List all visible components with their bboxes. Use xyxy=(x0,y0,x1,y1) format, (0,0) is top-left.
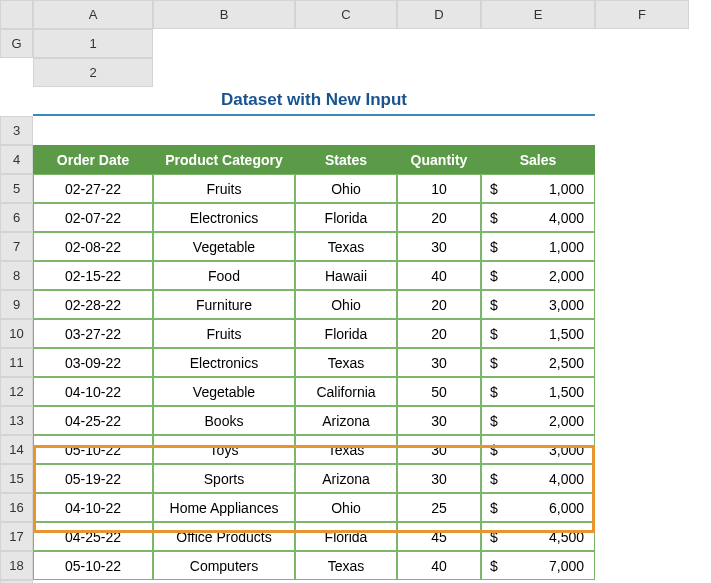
cell-qty[interactable]: 45 xyxy=(397,522,481,551)
cell-date[interactable]: 02-27-22 xyxy=(33,174,153,203)
cell-qty[interactable]: 40 xyxy=(397,551,481,580)
cell[interactable] xyxy=(595,174,689,203)
select-all-corner[interactable] xyxy=(0,0,33,29)
row-header-7[interactable]: 7 xyxy=(0,232,33,261)
cell[interactable] xyxy=(595,522,689,551)
cell-category[interactable]: Food xyxy=(153,261,295,290)
row-header-16[interactable]: 16 xyxy=(0,493,33,522)
header-order-date[interactable]: Order Date xyxy=(33,145,153,174)
cell-category[interactable]: Fruits xyxy=(153,174,295,203)
cell-category[interactable]: Office Products xyxy=(153,522,295,551)
cell-sales[interactable]: $4,000 xyxy=(481,203,595,232)
cell-sales[interactable]: $2,500 xyxy=(481,348,595,377)
cell[interactable] xyxy=(481,29,595,58)
cell-sales[interactable]: $7,000 xyxy=(481,551,595,580)
cell-date[interactable]: 02-07-22 xyxy=(33,203,153,232)
cell-category[interactable]: Home Appliances xyxy=(153,493,295,522)
cell-date[interactable]: 02-15-22 xyxy=(33,261,153,290)
row-header-4[interactable]: 4 xyxy=(0,145,33,174)
cell-category[interactable]: Toys xyxy=(153,435,295,464)
col-header-G[interactable]: G xyxy=(0,29,33,58)
cell-sales[interactable]: $4,000 xyxy=(481,464,595,493)
cell-category[interactable]: Books xyxy=(153,406,295,435)
cell-category[interactable]: Fruits xyxy=(153,319,295,348)
cell-state[interactable]: Florida xyxy=(295,203,397,232)
cell-qty[interactable]: 30 xyxy=(397,406,481,435)
cell-sales[interactable]: $2,000 xyxy=(481,406,595,435)
row-header-5[interactable]: 5 xyxy=(0,174,33,203)
cell[interactable] xyxy=(595,87,689,116)
cell[interactable] xyxy=(153,29,295,58)
spreadsheet-grid[interactable]: ABCDEFG12Dataset with New Input34Order D… xyxy=(0,0,711,583)
header-quantity[interactable]: Quantity xyxy=(397,145,481,174)
cell-qty[interactable]: 30 xyxy=(397,435,481,464)
col-header-A[interactable]: A xyxy=(33,0,153,29)
cell-qty[interactable]: 40 xyxy=(397,261,481,290)
row-header-11[interactable]: 11 xyxy=(0,348,33,377)
cell-date[interactable]: 05-10-22 xyxy=(33,551,153,580)
cell-state[interactable]: Ohio xyxy=(295,493,397,522)
cell[interactable] xyxy=(595,232,689,261)
col-header-F[interactable]: F xyxy=(595,0,689,29)
row-header-10[interactable]: 10 xyxy=(0,319,33,348)
cell[interactable] xyxy=(595,319,689,348)
cell-qty[interactable]: 30 xyxy=(397,232,481,261)
cell-category[interactable]: Furniture xyxy=(153,290,295,319)
row-header-18[interactable]: 18 xyxy=(0,551,33,580)
cell-sales[interactable]: $3,000 xyxy=(481,435,595,464)
cell[interactable] xyxy=(595,435,689,464)
cell-state[interactable]: Texas xyxy=(295,348,397,377)
cell-qty[interactable]: 20 xyxy=(397,203,481,232)
cell[interactable] xyxy=(595,406,689,435)
cell[interactable] xyxy=(397,116,481,145)
cell-state[interactable]: Ohio xyxy=(295,174,397,203)
row-header-14[interactable]: 14 xyxy=(0,435,33,464)
cell-category[interactable]: Electronics xyxy=(153,203,295,232)
cell[interactable] xyxy=(397,29,481,58)
cell-sales[interactable]: $1,000 xyxy=(481,232,595,261)
cell-state[interactable]: Arizona xyxy=(295,406,397,435)
cell[interactable] xyxy=(595,377,689,406)
row-header-8[interactable]: 8 xyxy=(0,261,33,290)
cell-sales[interactable]: $1,500 xyxy=(481,377,595,406)
cell-sales[interactable]: $4,500 xyxy=(481,522,595,551)
cell-date[interactable]: 05-19-22 xyxy=(33,464,153,493)
cell[interactable] xyxy=(595,29,689,58)
row-header-9[interactable]: 9 xyxy=(0,290,33,319)
cell-qty[interactable]: 10 xyxy=(397,174,481,203)
cell-state[interactable]: Texas xyxy=(295,551,397,580)
cell[interactable] xyxy=(595,261,689,290)
cell-date[interactable]: 03-27-22 xyxy=(33,319,153,348)
header-product-category[interactable]: Product Category xyxy=(153,145,295,174)
cell[interactable] xyxy=(295,29,397,58)
cell-date[interactable]: 02-28-22 xyxy=(33,290,153,319)
cell-sales[interactable]: $3,000 xyxy=(481,290,595,319)
cell[interactable] xyxy=(595,145,689,174)
row-header-2[interactable]: 2 xyxy=(33,58,153,87)
cell-qty[interactable]: 50 xyxy=(397,377,481,406)
col-header-D[interactable]: D xyxy=(397,0,481,29)
cell-date[interactable]: 04-10-22 xyxy=(33,493,153,522)
cell[interactable] xyxy=(33,116,153,145)
cell-sales[interactable]: $2,000 xyxy=(481,261,595,290)
cell[interactable] xyxy=(481,116,595,145)
cell-date[interactable]: 02-08-22 xyxy=(33,232,153,261)
cell-qty[interactable]: 30 xyxy=(397,348,481,377)
cell-qty[interactable]: 20 xyxy=(397,319,481,348)
cell-date[interactable]: 04-10-22 xyxy=(33,377,153,406)
cell-date[interactable]: 05-10-22 xyxy=(33,435,153,464)
row-header-15[interactable]: 15 xyxy=(0,464,33,493)
cell-sales[interactable]: $1,000 xyxy=(481,174,595,203)
cell-date[interactable]: 04-25-22 xyxy=(33,406,153,435)
cell-qty[interactable]: 30 xyxy=(397,464,481,493)
cell-state[interactable]: Florida xyxy=(295,319,397,348)
cell-category[interactable]: Electronics xyxy=(153,348,295,377)
row-header-12[interactable]: 12 xyxy=(0,377,33,406)
cell[interactable] xyxy=(595,203,689,232)
cell-state[interactable]: Arizona xyxy=(295,464,397,493)
cell-state[interactable]: Texas xyxy=(295,232,397,261)
col-header-E[interactable]: E xyxy=(481,0,595,29)
cell-qty[interactable]: 25 xyxy=(397,493,481,522)
cell[interactable] xyxy=(153,116,295,145)
cell-state[interactable]: Texas xyxy=(295,435,397,464)
